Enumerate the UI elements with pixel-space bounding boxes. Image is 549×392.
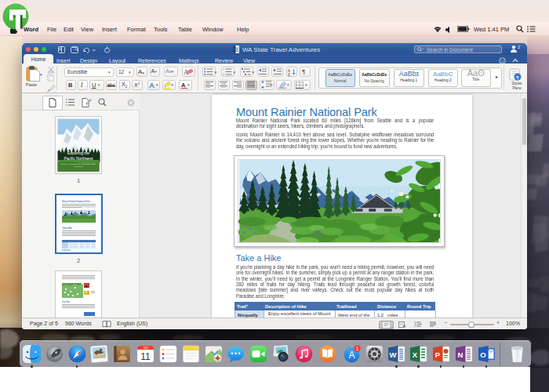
svg-text:N: N [457,350,463,359]
svg-text:Z: Z [288,73,290,76]
svg-text:O: O [480,350,485,359]
svg-text:Top 10s: All Things to See & D: Top 10s: All Things to See & Do While Vi… [61,163,96,165]
svg-text:Travel Blog: Travel Blog [75,165,84,167]
svg-text:Pacific Northwest: Pacific Northwest [64,157,93,161]
svg-text:W: W [390,350,397,359]
svg-text:X: X [413,350,418,359]
svg-text:A: A [348,350,354,361]
svg-text:Exploring the: Exploring the [67,151,89,155]
svg-text:1: 1 [223,68,224,71]
svg-text:2: 2 [518,45,521,49]
svg-text:P: P [434,350,440,359]
svg-text:1: 1 [355,346,358,351]
svg-text:A: A [150,82,155,89]
svg-text:2: 2 [223,73,224,75]
svg-text:Mount Rainier National Park: Mount Rainier National Park [62,200,90,203]
svg-text:Day Trips: Day Trips [62,300,71,303]
svg-text:11: 11 [140,351,151,362]
svg-text:JUN: JUN [143,347,148,350]
svg-text:A: A [288,68,290,72]
svg-text:Take a Hike: Take a Hike [62,227,72,230]
